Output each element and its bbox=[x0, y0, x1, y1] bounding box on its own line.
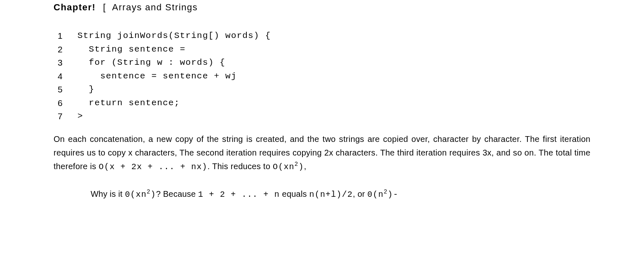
line-number: 6 bbox=[58, 97, 77, 110]
note-text: equals bbox=[280, 189, 309, 198]
body-paragraph: On each concatenation, a new copy of the… bbox=[54, 132, 590, 174]
chapter-title: Arrays and Strings bbox=[112, 2, 198, 12]
line-number: 4 bbox=[58, 70, 77, 83]
inline-code: 0(xn2) bbox=[125, 190, 156, 199]
code-line: 3 for (String w : words) { bbox=[58, 56, 590, 70]
code-text: String joinWords(String[) words) { bbox=[77, 29, 271, 43]
code-line: 1 String joinWords(String[) words) { bbox=[58, 29, 590, 43]
note-text: Why is it bbox=[91, 189, 125, 198]
code-line: 2 String sentence = bbox=[58, 43, 590, 57]
note-text: , or bbox=[353, 189, 367, 198]
document-page: Chapter! [ Arrays and Strings 1 String j… bbox=[0, 0, 644, 216]
inline-code: O(xn2) bbox=[273, 162, 304, 172]
line-number: 2 bbox=[58, 43, 77, 57]
line-number: 1 bbox=[58, 29, 77, 43]
code-text: > bbox=[77, 110, 83, 123]
code-line: 7 > bbox=[58, 110, 590, 123]
code-text: } bbox=[77, 83, 94, 97]
inline-code: 0(n2)- bbox=[368, 190, 399, 199]
note-paragraph: Why is it 0(xn2)? Because 1 + 2 + ... + … bbox=[91, 189, 590, 199]
chapter-header: Chapter! [ Arrays and Strings bbox=[54, 2, 590, 13]
code-text: return sentence; bbox=[77, 97, 180, 110]
line-number: 7 bbox=[58, 110, 77, 123]
code-line: 4 sentence = sentence + wj bbox=[58, 70, 590, 83]
inline-code: 1 + 2 + ... + n bbox=[198, 190, 280, 199]
code-text: sentence = sentence + wj bbox=[77, 70, 237, 83]
code-text: for (String w : words) { bbox=[77, 56, 225, 70]
code-block: 1 String joinWords(String[) words) { 2 S… bbox=[58, 29, 590, 123]
chapter-label: Chapter! bbox=[54, 2, 96, 12]
line-number: 5 bbox=[58, 83, 77, 97]
code-line: 6 return sentence; bbox=[58, 97, 590, 110]
body-text: , bbox=[304, 162, 307, 171]
inline-code: O(x + 2x + ... + nx) bbox=[99, 162, 208, 172]
code-text: String sentence = bbox=[77, 43, 185, 57]
inline-code: n(n+l)/2 bbox=[309, 190, 353, 199]
note-text: ? Because bbox=[156, 189, 198, 198]
code-line: 5 } bbox=[58, 83, 590, 97]
line-number: 3 bbox=[58, 56, 77, 70]
body-text: . This reduces to bbox=[208, 162, 271, 171]
chapter-bracket: [ bbox=[103, 2, 106, 12]
